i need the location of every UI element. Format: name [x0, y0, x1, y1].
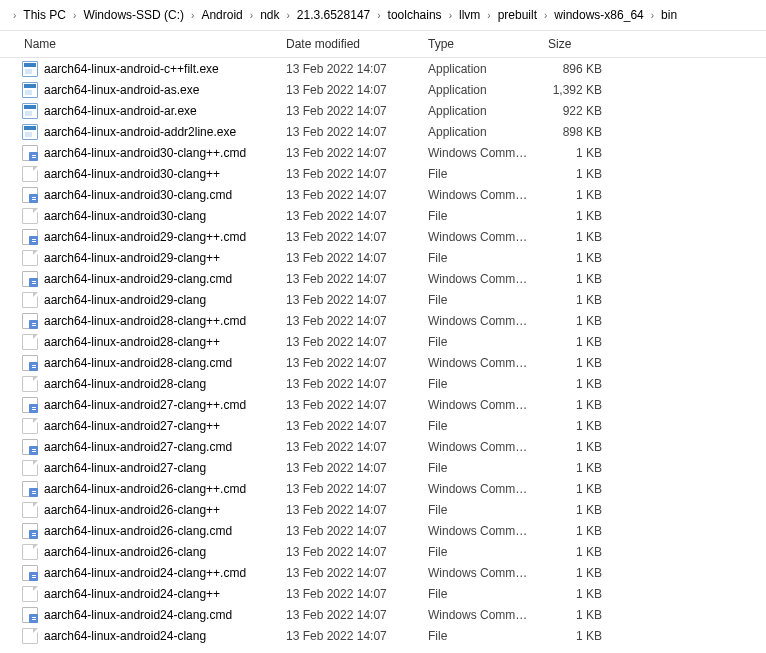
file-size: 1 KB — [540, 398, 620, 412]
file-file-icon — [22, 376, 38, 392]
file-type: Windows Comma... — [420, 566, 540, 580]
file-name: aarch64-linux-android30-clang — [44, 209, 206, 223]
file-size: 898 KB — [540, 125, 620, 139]
file-size: 1 KB — [540, 461, 620, 475]
file-row[interactable]: aarch64-linux-android30-clang13 Feb 2022… — [0, 205, 766, 226]
file-row[interactable]: aarch64-linux-android26-clang++.cmd13 Fe… — [0, 478, 766, 499]
file-name: aarch64-linux-android28-clang++.cmd — [44, 314, 246, 328]
file-row[interactable]: aarch64-linux-android30-clang++.cmd13 Fe… — [0, 142, 766, 163]
file-type: Windows Comma... — [420, 314, 540, 328]
file-size: 896 KB — [540, 62, 620, 76]
file-type: File — [420, 419, 540, 433]
file-row[interactable]: aarch64-linux-android27-clang++13 Feb 20… — [0, 415, 766, 436]
file-size: 1 KB — [540, 293, 620, 307]
file-size: 1 KB — [540, 251, 620, 265]
breadcrumb[interactable]: ›This PC›Windows-SSD (C:)›Android›ndk›21… — [0, 0, 766, 31]
column-header-date[interactable]: Date modified — [278, 31, 420, 57]
file-row[interactable]: aarch64-linux-android24-clang++13 Feb 20… — [0, 583, 766, 604]
file-file-icon — [22, 502, 38, 518]
file-row[interactable]: aarch64-linux-android-addr2line.exe13 Fe… — [0, 121, 766, 142]
cmd-file-icon — [22, 145, 38, 161]
file-date: 13 Feb 2022 14:07 — [278, 419, 420, 433]
file-file-icon — [22, 208, 38, 224]
cmd-file-icon — [22, 523, 38, 539]
file-size: 1 KB — [540, 146, 620, 160]
breadcrumb-segment[interactable]: windows-x86_64 — [552, 6, 645, 24]
file-name: aarch64-linux-android24-clang — [44, 629, 206, 643]
chevron-right-icon[interactable]: › — [444, 10, 457, 21]
file-type: Windows Comma... — [420, 356, 540, 370]
file-file-icon — [22, 334, 38, 350]
breadcrumb-segment[interactable]: toolchains — [386, 6, 444, 24]
file-name: aarch64-linux-android30-clang++ — [44, 167, 220, 181]
file-date: 13 Feb 2022 14:07 — [278, 503, 420, 517]
breadcrumb-segment[interactable]: This PC — [21, 6, 68, 24]
file-row[interactable]: aarch64-linux-android29-clang.cmd13 Feb … — [0, 268, 766, 289]
file-date: 13 Feb 2022 14:07 — [278, 209, 420, 223]
column-header-size[interactable]: Size — [540, 31, 620, 57]
column-header-type[interactable]: Type — [420, 31, 540, 57]
file-date: 13 Feb 2022 14:07 — [278, 104, 420, 118]
file-name: aarch64-linux-android28-clang.cmd — [44, 356, 232, 370]
file-row[interactable]: aarch64-linux-android27-clang.cmd13 Feb … — [0, 436, 766, 457]
file-size: 1 KB — [540, 335, 620, 349]
file-file-icon — [22, 166, 38, 182]
column-header-name[interactable]: Name — [0, 31, 278, 57]
breadcrumb-segment[interactable]: prebuilt — [496, 6, 539, 24]
file-date: 13 Feb 2022 14:07 — [278, 83, 420, 97]
file-type: Application — [420, 62, 540, 76]
file-row[interactable]: aarch64-linux-android26-clang13 Feb 2022… — [0, 541, 766, 562]
breadcrumb-segment[interactable]: ndk — [258, 6, 281, 24]
file-row[interactable]: aarch64-linux-android-c++filt.exe13 Feb … — [0, 58, 766, 79]
file-row[interactable]: aarch64-linux-android27-clang++.cmd13 Fe… — [0, 394, 766, 415]
chevron-right-icon[interactable]: › — [186, 10, 199, 21]
file-row[interactable]: aarch64-linux-android28-clang.cmd13 Feb … — [0, 352, 766, 373]
file-row[interactable]: aarch64-linux-android-as.exe13 Feb 2022 … — [0, 79, 766, 100]
file-name: aarch64-linux-android27-clang.cmd — [44, 440, 232, 454]
file-row[interactable]: aarch64-linux-android30-clang.cmd13 Feb … — [0, 184, 766, 205]
file-size: 1 KB — [540, 209, 620, 223]
cmd-file-icon — [22, 187, 38, 203]
file-name: aarch64-linux-android26-clang — [44, 545, 206, 559]
file-row[interactable]: aarch64-linux-android28-clang13 Feb 2022… — [0, 373, 766, 394]
file-row[interactable]: aarch64-linux-android24-clang++.cmd13 Fe… — [0, 562, 766, 583]
chevron-right-icon[interactable]: › — [482, 10, 495, 21]
chevron-right-icon[interactable]: › — [8, 10, 21, 21]
file-row[interactable]: aarch64-linux-android29-clang++13 Feb 20… — [0, 247, 766, 268]
file-row[interactable]: aarch64-linux-android27-clang13 Feb 2022… — [0, 457, 766, 478]
file-name: aarch64-linux-android-as.exe — [44, 83, 199, 97]
breadcrumb-segment[interactable]: bin — [659, 6, 679, 24]
file-row[interactable]: aarch64-linux-android29-clang++.cmd13 Fe… — [0, 226, 766, 247]
file-size: 1 KB — [540, 629, 620, 643]
file-row[interactable]: aarch64-linux-android24-clang.cmd13 Feb … — [0, 604, 766, 625]
file-type: File — [420, 377, 540, 391]
file-row[interactable]: aarch64-linux-android28-clang++13 Feb 20… — [0, 331, 766, 352]
file-type: File — [420, 503, 540, 517]
chevron-right-icon[interactable]: › — [245, 10, 258, 21]
chevron-right-icon[interactable]: › — [539, 10, 552, 21]
file-type: File — [420, 251, 540, 265]
exe-file-icon — [22, 82, 38, 98]
breadcrumb-segment[interactable]: Android — [199, 6, 244, 24]
file-row[interactable]: aarch64-linux-android26-clang++13 Feb 20… — [0, 499, 766, 520]
chevron-right-icon[interactable]: › — [372, 10, 385, 21]
breadcrumb-segment[interactable]: 21.3.6528147 — [295, 6, 372, 24]
file-name: aarch64-linux-android30-clang.cmd — [44, 188, 232, 202]
file-row[interactable]: aarch64-linux-android24-clang13 Feb 2022… — [0, 625, 766, 646]
file-name: aarch64-linux-android-addr2line.exe — [44, 125, 236, 139]
file-row[interactable]: aarch64-linux-android28-clang++.cmd13 Fe… — [0, 310, 766, 331]
chevron-right-icon[interactable]: › — [68, 10, 81, 21]
breadcrumb-segment[interactable]: Windows-SSD (C:) — [81, 6, 186, 24]
file-row[interactable]: aarch64-linux-android-ar.exe13 Feb 2022 … — [0, 100, 766, 121]
breadcrumb-segment[interactable]: llvm — [457, 6, 482, 24]
file-row[interactable]: aarch64-linux-android26-clang.cmd13 Feb … — [0, 520, 766, 541]
file-date: 13 Feb 2022 14:07 — [278, 629, 420, 643]
file-name: aarch64-linux-android26-clang++.cmd — [44, 482, 246, 496]
chevron-right-icon[interactable]: › — [646, 10, 659, 21]
chevron-right-icon[interactable]: › — [281, 10, 294, 21]
file-row[interactable]: aarch64-linux-android30-clang++13 Feb 20… — [0, 163, 766, 184]
file-size: 922 KB — [540, 104, 620, 118]
file-row[interactable]: aarch64-linux-android29-clang13 Feb 2022… — [0, 289, 766, 310]
file-size: 1 KB — [540, 545, 620, 559]
exe-file-icon — [22, 124, 38, 140]
